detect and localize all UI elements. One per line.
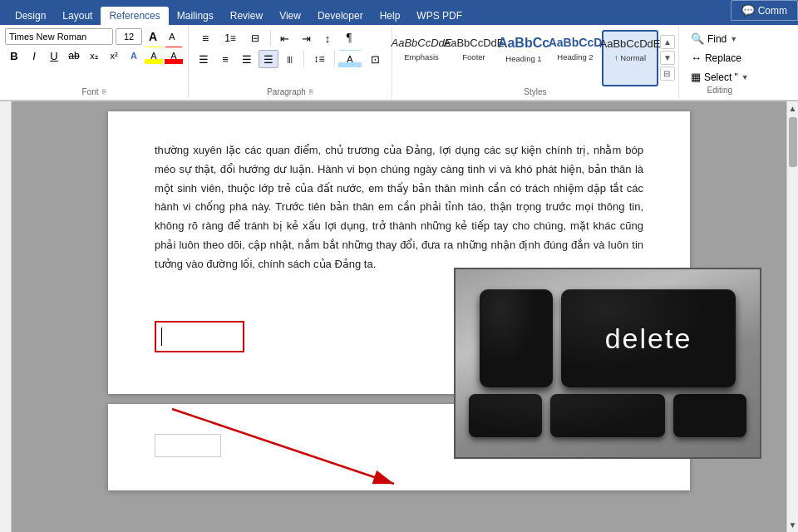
heading1-label: Heading 1	[505, 54, 541, 63]
style-heading2[interactable]: AaBbCcD Heading 2	[549, 30, 602, 86]
tab-help[interactable]: Help	[372, 7, 409, 25]
tab-references[interactable]: References	[101, 7, 168, 25]
borders-button[interactable]: ⊡	[363, 50, 387, 68]
heading1-preview: AaBbCc	[498, 35, 549, 51]
select-button[interactable]: ▦ Select " ▼	[687, 68, 752, 86]
font-size-input[interactable]	[116, 28, 142, 45]
editing-group-label: Editing	[687, 86, 752, 95]
sort-button[interactable]: ↕	[318, 28, 337, 48]
document-paragraph: thường xuyên lặc các quan điểm, chủ trươ…	[155, 141, 643, 273]
replace-icon: ↔	[691, 52, 702, 64]
paragraph-group: ≡ 1≡ ⊟ ⇤ ⇥ ↕ ¶ ☰ ≡ ☰ ☰ ⫼ ↕≡ A ⊡ Paragrap…	[189, 27, 392, 98]
heading2-preview: AaBbCcD	[549, 36, 603, 50]
align-left-button[interactable]: ☰	[194, 50, 214, 68]
page2-cursor-box	[155, 434, 221, 457]
show-formatting-button[interactable]: ¶	[339, 28, 359, 48]
text-cursor	[161, 328, 162, 346]
text-effects-button[interactable]: A	[125, 47, 143, 65]
shrink-font-button[interactable]: A	[164, 28, 180, 45]
vertical-scrollbar[interactable]: ▲ ▼	[786, 101, 798, 532]
styles-more[interactable]: ⊟	[660, 66, 675, 81]
tab-wps-pdf[interactable]: WPS PDF	[408, 7, 470, 25]
styles-group-label: Styles	[394, 87, 677, 96]
styles-group: AaBbCcDdE Emphasis AaBbCcDdE Footer AaBb…	[392, 27, 679, 98]
tab-design[interactable]: Design	[7, 7, 54, 25]
styles-scroll-up[interactable]: ▲	[660, 35, 675, 49]
numbering-button[interactable]: 1≡	[219, 28, 242, 48]
comm-label: Comm	[758, 5, 787, 17]
increase-indent-button[interactable]: ⇥	[296, 28, 316, 48]
find-icon: 🔍	[691, 32, 704, 45]
comm-icon: 💬	[741, 4, 755, 17]
document-area[interactable]: thường xuyên lặc các quan điểm, chủ trươ…	[12, 101, 786, 532]
find-button[interactable]: 🔍 Find ▼	[687, 30, 752, 47]
font-group-label: Font⎘	[5, 87, 183, 96]
delete-key: delete	[561, 289, 736, 387]
strikethrough-button[interactable]: ab	[65, 47, 83, 65]
multilevel-list-button[interactable]: ⊟	[244, 28, 267, 48]
tab-layout[interactable]: Layout	[54, 7, 101, 25]
heading2-label: Heading 2	[557, 52, 593, 62]
select-arrow: ▼	[741, 73, 749, 81]
delete-key-label: delete	[605, 323, 692, 355]
style-footer[interactable]: AaBbCcDdE Footer	[449, 30, 499, 86]
select-icon: ▦	[691, 71, 701, 83]
tab-review[interactable]: Review	[222, 7, 271, 25]
bullets-button[interactable]: ≡	[194, 28, 217, 48]
normal-preview: AaBbCcDdE	[600, 37, 661, 51]
font-color-button[interactable]: A	[165, 47, 183, 65]
highlight-button[interactable]: A	[145, 47, 163, 65]
styles-scroll-down[interactable]: ▼	[660, 51, 675, 65]
italic-button[interactable]: I	[25, 47, 43, 65]
shading-button[interactable]: A	[338, 50, 362, 68]
tab-developer[interactable]: Developer	[309, 7, 372, 25]
grow-font-button[interactable]: A	[145, 28, 161, 45]
line-spacing-button[interactable]: ↕≡	[308, 50, 331, 68]
subscript-button[interactable]: x₂	[85, 47, 103, 65]
replace-button[interactable]: ↔ Replace	[687, 49, 752, 66]
tab-view[interactable]: View	[271, 7, 309, 25]
decrease-indent-button[interactable]: ⇤	[274, 28, 294, 48]
columns-button[interactable]: ⫼	[280, 50, 300, 68]
bold-button[interactable]: B	[5, 47, 23, 65]
find-arrow: ▼	[730, 35, 737, 43]
superscript-button[interactable]: x²	[105, 47, 123, 65]
editing-group: 🔍 Find ▼ ↔ Replace ▦ Select " ▼ Editing	[679, 27, 761, 98]
left-key	[480, 289, 553, 387]
tab-mailings[interactable]: Mailings	[169, 7, 222, 25]
style-emphasis[interactable]: AaBbCcDdE Emphasis	[394, 30, 449, 86]
font-group: A A B I U ab x₂ x² A A A Font⎘	[0, 27, 189, 98]
text-cursor-box[interactable]	[155, 321, 244, 352]
align-center-button[interactable]: ≡	[215, 50, 235, 68]
footer-label: Footer	[462, 52, 485, 62]
align-right-button[interactable]: ☰	[237, 50, 257, 68]
normal-label: ↑ Normal	[614, 53, 646, 62]
footer-preview: AaBbCcDdE	[444, 37, 505, 50]
comm-button[interactable]: 💬 Comm	[731, 0, 798, 21]
style-normal[interactable]: AaBbCcDdE ↑ Normal	[602, 30, 658, 86]
font-name-input[interactable]	[5, 28, 113, 45]
style-heading1[interactable]: AaBbCc Heading 1	[499, 30, 549, 86]
keyboard-image: delete	[454, 268, 761, 459]
scroll-thumb[interactable]	[789, 117, 797, 167]
justify-button[interactable]: ☰	[259, 50, 278, 68]
scroll-up-button[interactable]: ▲	[786, 101, 798, 116]
emphasis-label: Emphasis	[404, 52, 439, 62]
underline-button[interactable]: U	[45, 47, 63, 65]
paragraph-group-label: Paragraph⎘	[194, 87, 387, 96]
scroll-down-button[interactable]: ▼	[786, 518, 798, 532]
